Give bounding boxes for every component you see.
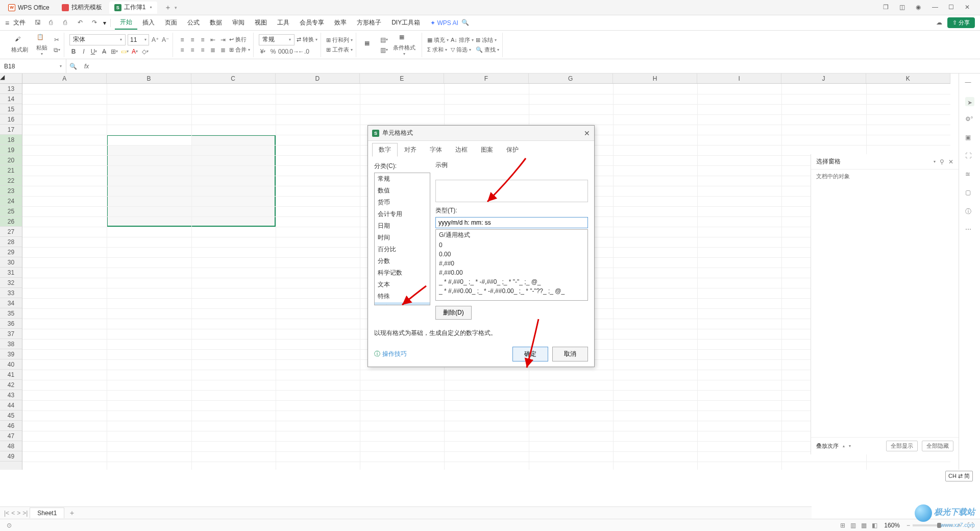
copy-icon[interactable]: ⧉▾ [53, 46, 61, 54]
app-tab-wps[interactable]: WWPS Office [3, 2, 55, 14]
dialog-tab-protect[interactable]: 保护 [500, 143, 525, 157]
close-pane-icon[interactable]: ✕ [948, 158, 953, 165]
category-item[interactable]: 自定义 [375, 302, 430, 305]
category-item[interactable]: 文本 [375, 279, 430, 291]
fx-icon[interactable]: fx [84, 63, 89, 70]
format-item[interactable]: #,##0 [436, 259, 587, 268]
tab-efficiency[interactable]: 效率 [329, 16, 352, 29]
row-header[interactable]: 19 [0, 145, 22, 155]
row-header[interactable]: 41 [0, 370, 22, 380]
row-header[interactable]: 30 [0, 257, 22, 268]
tab-menu-dropdown[interactable]: ▾ [175, 5, 177, 10]
font-color-icon[interactable]: A▾ [131, 47, 139, 56]
cancel-button[interactable]: 取消 [552, 347, 588, 361]
view-break-icon[interactable]: ▦ [861, 522, 867, 529]
dialog-tab-number[interactable]: 数字 [372, 143, 398, 157]
tab-review[interactable]: 审阅 [227, 16, 250, 29]
sort-button[interactable]: A↓排序▾ [451, 36, 474, 44]
name-box[interactable]: B18 ▾ [0, 59, 66, 73]
category-item[interactable]: 日期 [375, 220, 430, 232]
cursor-icon[interactable]: ➤ [965, 97, 974, 106]
category-item[interactable]: 百分比 [375, 244, 430, 255]
row-header[interactable]: 35 [0, 308, 22, 319]
new-tab-button[interactable]: ＋ [164, 3, 172, 12]
maximize-button[interactable]: ☐ [948, 4, 957, 12]
row-header[interactable]: 47 [0, 431, 22, 441]
category-item[interactable]: 数值 [375, 185, 430, 197]
info-icon[interactable]: ⓘ [965, 207, 974, 216]
clear-format-icon[interactable]: ◇▾ [141, 47, 149, 56]
row-header[interactable]: 40 [0, 359, 22, 370]
row-header[interactable]: 39 [0, 349, 22, 359]
more-icon[interactable]: ⋯ [965, 226, 974, 235]
inc-decimal-icon[interactable]: .0→ [289, 47, 298, 56]
row-header[interactable]: 29 [0, 247, 22, 257]
add-sheet-button[interactable]: ＋ [68, 509, 76, 518]
tab-member[interactable]: 会员专享 [295, 16, 329, 29]
row-header[interactable]: 46 [0, 421, 22, 431]
ime-indicator[interactable]: CH ⇄ 简 [945, 471, 973, 481]
find-button[interactable]: 🔍查找▾ [476, 46, 499, 54]
col-header[interactable]: G [529, 74, 613, 83]
row-header[interactable]: 31 [0, 268, 22, 278]
first-sheet-icon[interactable]: |< [4, 510, 9, 517]
row-headers[interactable]: 1314151617181920212223242526272829303132… [0, 84, 22, 470]
col-header[interactable]: D [276, 74, 360, 83]
align-left-icon[interactable]: ≡ [178, 46, 186, 54]
layers-icon[interactable]: ▣ [965, 134, 974, 143]
row-header[interactable]: 16 [0, 114, 22, 125]
dialog-tab-border[interactable]: 边框 [449, 143, 474, 157]
filter-button[interactable]: ▽筛选▾ [451, 46, 474, 54]
tab-tools[interactable]: 工具 [272, 16, 295, 29]
fx-zoom-icon[interactable]: 🔍 [69, 63, 77, 70]
cond-format-button[interactable]: ▦条件格式▾ [390, 33, 419, 57]
bold-icon[interactable]: B [69, 47, 78, 56]
col-header[interactable]: C [191, 74, 276, 83]
merge-button[interactable]: ⊞合并▾ [229, 46, 250, 54]
row-header[interactable]: 48 [0, 441, 22, 451]
col-header[interactable]: E [360, 74, 444, 83]
ruler-icon[interactable]: ≊ [965, 171, 974, 180]
row-header[interactable]: 33 [0, 288, 22, 298]
format-item[interactable]: 0.00 [436, 250, 587, 259]
wrap-text-button[interactable]: ↩换行 [229, 36, 247, 43]
border-icon[interactable]: ⊞▾ [110, 47, 118, 56]
tab-data[interactable]: 数据 [205, 16, 227, 29]
zoom-out-icon[interactable]: − [906, 522, 910, 529]
settings-icon[interactable]: ⚙° [965, 115, 974, 125]
row-header[interactable]: 26 [0, 216, 22, 227]
print-icon[interactable]: ⎙ [49, 19, 57, 27]
format-item[interactable]: G/通用格式 [436, 230, 587, 240]
col-header[interactable]: H [613, 74, 697, 83]
row-header[interactable]: 25 [0, 206, 22, 216]
prev-sheet-icon[interactable]: < [11, 510, 15, 517]
row-header[interactable]: 38 [0, 339, 22, 349]
save-icon[interactable]: 🖫 [35, 19, 43, 27]
row-header[interactable]: 43 [0, 390, 22, 400]
currency-icon[interactable]: ¥▾ [259, 47, 267, 56]
row-header[interactable]: 49 [0, 451, 22, 462]
share-button[interactable]: ⇧ 分享 [947, 17, 975, 28]
format-item[interactable]: _ * #,##0.00_ ;_ * -#,##0.00_ ;_ * "-"??… [436, 286, 587, 296]
print-preview-icon[interactable]: ⎙ [63, 19, 71, 27]
row-header[interactable]: 24 [0, 196, 22, 206]
row-header[interactable]: 20 [0, 155, 22, 165]
show-all-button[interactable]: 全部显示 [886, 441, 918, 451]
strike-icon[interactable]: A̶ [100, 47, 108, 56]
format-cell-icon[interactable]: ▥▾ [380, 46, 388, 54]
row-header[interactable]: 44 [0, 400, 22, 411]
ok-button[interactable]: 确定 [512, 347, 548, 361]
table-style-button[interactable]: ▦ [361, 39, 378, 51]
highlight-icon[interactable]: ▭▾ [120, 47, 129, 56]
collapse-icon[interactable]: — [965, 79, 974, 88]
col-header[interactable]: I [697, 74, 781, 83]
file-menu[interactable]: 文件 [13, 18, 26, 27]
row-header[interactable]: 14 [0, 94, 22, 104]
format-listbox[interactable]: G/通用格式00.00#,##0#,##0.00_ * #,##0_ ;_ * … [435, 229, 588, 301]
last-sheet-icon[interactable]: >| [22, 510, 28, 517]
format-item[interactable]: #,##0.00 [436, 268, 587, 277]
chevron-down-icon[interactable]: ▾ [934, 159, 936, 164]
col-header[interactable]: B [107, 74, 191, 83]
order-down-icon[interactable]: ▾ [849, 444, 851, 448]
increase-font-icon[interactable]: A⁺ [151, 36, 159, 44]
